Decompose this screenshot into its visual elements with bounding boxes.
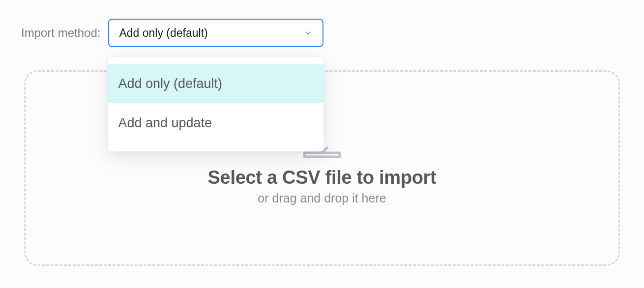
import-method-option-add-and-update[interactable]: Add and update [108, 103, 323, 143]
chevron-down-icon [304, 29, 313, 37]
import-method-option-add-only[interactable]: Add only (default) [108, 64, 323, 103]
import-method-label: Import method: [21, 26, 100, 40]
svg-rect-0 [304, 153, 340, 157]
dropzone-title: Select a CSV file to import [26, 167, 618, 188]
dropzone-subtitle: or drag and drop it here [26, 191, 618, 205]
import-method-selected-value: Add only (default) [119, 27, 207, 40]
import-method-dropdown: Add only (default) Add and update [108, 57, 323, 151]
import-method-select[interactable]: Add only (default) [108, 19, 323, 47]
